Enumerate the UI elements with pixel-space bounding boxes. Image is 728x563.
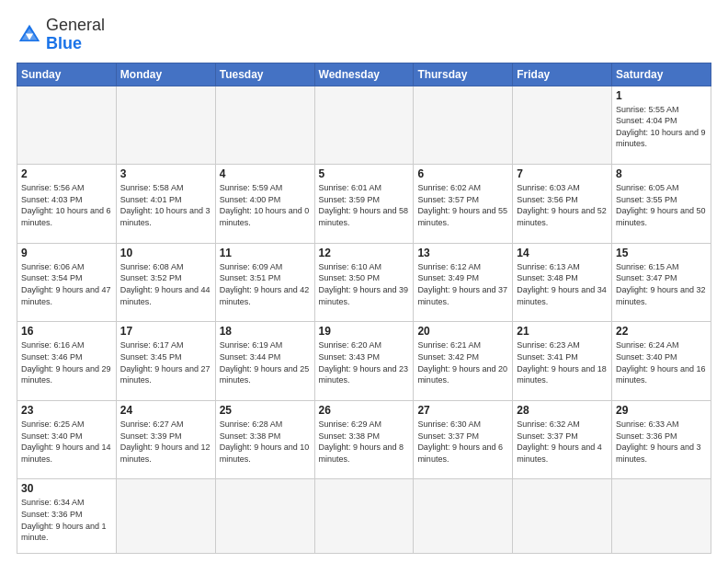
weekday-header-tuesday: Tuesday <box>215 63 314 86</box>
day-info: Sunrise: 6:02 AM Sunset: 3:57 PM Dayligh… <box>417 182 508 228</box>
calendar-cell: 24Sunrise: 6:27 AM Sunset: 3:39 PM Dayli… <box>116 400 215 479</box>
calendar-week-1: 2Sunrise: 5:56 AM Sunset: 4:03 PM Daylig… <box>17 165 711 244</box>
calendar-cell: 25Sunrise: 6:28 AM Sunset: 3:38 PM Dayli… <box>215 400 314 479</box>
day-number: 19 <box>319 325 410 338</box>
day-info: Sunrise: 5:56 AM Sunset: 4:03 PM Dayligh… <box>21 182 112 228</box>
day-number: 4 <box>220 167 311 180</box>
day-number: 6 <box>417 167 508 180</box>
day-number: 3 <box>120 167 211 180</box>
calendar-cell <box>513 86 612 165</box>
day-info: Sunrise: 6:29 AM Sunset: 3:38 PM Dayligh… <box>319 419 410 465</box>
calendar-cell: 10Sunrise: 6:08 AM Sunset: 3:52 PM Dayli… <box>116 243 215 322</box>
weekday-header-wednesday: Wednesday <box>314 63 414 86</box>
day-info: Sunrise: 6:12 AM Sunset: 3:49 PM Dayligh… <box>417 261 508 307</box>
day-info: Sunrise: 6:32 AM Sunset: 3:37 PM Dayligh… <box>517 419 608 465</box>
calendar-cell <box>414 86 513 165</box>
day-info: Sunrise: 6:13 AM Sunset: 3:48 PM Dayligh… <box>517 261 608 307</box>
day-info: Sunrise: 6:30 AM Sunset: 3:37 PM Dayligh… <box>417 419 508 465</box>
day-info: Sunrise: 6:27 AM Sunset: 3:39 PM Dayligh… <box>120 419 211 465</box>
calendar-cell: 23Sunrise: 6:25 AM Sunset: 3:40 PM Dayli… <box>17 400 117 479</box>
calendar-cell: 21Sunrise: 6:23 AM Sunset: 3:41 PM Dayli… <box>513 322 612 401</box>
calendar-week-2: 9Sunrise: 6:06 AM Sunset: 3:54 PM Daylig… <box>17 243 711 322</box>
weekday-header-thursday: Thursday <box>414 63 513 86</box>
calendar-cell: 9Sunrise: 6:06 AM Sunset: 3:54 PM Daylig… <box>17 243 117 322</box>
calendar-cell: 5Sunrise: 6:01 AM Sunset: 3:59 PM Daylig… <box>314 165 414 244</box>
calendar-cell <box>314 479 414 554</box>
day-number: 26 <box>319 404 410 417</box>
day-number: 5 <box>319 167 410 180</box>
day-info: Sunrise: 6:25 AM Sunset: 3:40 PM Dayligh… <box>21 419 112 465</box>
day-info: Sunrise: 5:55 AM Sunset: 4:04 PM Dayligh… <box>616 104 707 150</box>
calendar-cell: 15Sunrise: 6:15 AM Sunset: 3:47 PM Dayli… <box>612 243 711 322</box>
day-number: 17 <box>120 325 211 338</box>
calendar-table: SundayMondayTuesdayWednesdayThursdayFrid… <box>17 63 711 554</box>
day-info: Sunrise: 6:09 AM Sunset: 3:51 PM Dayligh… <box>220 261 311 307</box>
calendar-cell: 4Sunrise: 5:59 AM Sunset: 4:00 PM Daylig… <box>215 165 314 244</box>
weekday-header-monday: Monday <box>116 63 215 86</box>
calendar-cell: 30Sunrise: 6:34 AM Sunset: 3:36 PM Dayli… <box>17 479 117 554</box>
day-number: 15 <box>616 247 707 259</box>
calendar-cell: 7Sunrise: 6:03 AM Sunset: 3:56 PM Daylig… <box>513 165 612 244</box>
day-number: 18 <box>220 325 311 338</box>
day-number: 2 <box>21 167 112 180</box>
calendar-cell: 17Sunrise: 6:17 AM Sunset: 3:45 PM Dayli… <box>116 322 215 401</box>
logo-icon <box>17 22 42 48</box>
day-number: 29 <box>616 404 707 417</box>
calendar-cell <box>215 86 314 165</box>
calendar-cell <box>513 479 612 554</box>
day-number: 9 <box>21 247 112 259</box>
day-number: 13 <box>417 247 508 259</box>
calendar-cell <box>612 479 711 554</box>
day-number: 30 <box>21 482 112 495</box>
calendar-cell: 14Sunrise: 6:13 AM Sunset: 3:48 PM Dayli… <box>513 243 612 322</box>
day-info: Sunrise: 6:01 AM Sunset: 3:59 PM Dayligh… <box>319 182 410 228</box>
calendar-cell: 28Sunrise: 6:32 AM Sunset: 3:37 PM Dayli… <box>513 400 612 479</box>
day-number: 24 <box>120 404 211 417</box>
day-info: Sunrise: 5:58 AM Sunset: 4:01 PM Dayligh… <box>120 182 211 228</box>
day-info: Sunrise: 6:17 AM Sunset: 3:45 PM Dayligh… <box>120 339 211 385</box>
day-number: 23 <box>21 404 112 417</box>
calendar-cell: 29Sunrise: 6:33 AM Sunset: 3:36 PM Dayli… <box>612 400 711 479</box>
calendar-cell <box>314 86 414 165</box>
calendar-cell <box>116 479 215 554</box>
calendar-cell: 13Sunrise: 6:12 AM Sunset: 3:49 PM Dayli… <box>414 243 513 322</box>
calendar-cell: 20Sunrise: 6:21 AM Sunset: 3:42 PM Dayli… <box>414 322 513 401</box>
calendar-cell: 2Sunrise: 5:56 AM Sunset: 4:03 PM Daylig… <box>17 165 117 244</box>
day-info: Sunrise: 6:19 AM Sunset: 3:44 PM Dayligh… <box>220 339 311 385</box>
calendar-cell: 22Sunrise: 6:24 AM Sunset: 3:40 PM Dayli… <box>612 322 711 401</box>
calendar-cell <box>17 86 117 165</box>
day-number: 11 <box>220 247 311 259</box>
day-number: 1 <box>616 89 707 102</box>
calendar-cell: 16Sunrise: 6:16 AM Sunset: 3:46 PM Dayli… <box>17 322 117 401</box>
day-number: 28 <box>517 404 608 417</box>
day-info: Sunrise: 6:34 AM Sunset: 3:36 PM Dayligh… <box>21 497 112 543</box>
day-number: 14 <box>517 247 608 259</box>
header: GeneralBlue <box>17 17 711 53</box>
day-number: 8 <box>616 167 707 180</box>
day-info: Sunrise: 6:10 AM Sunset: 3:50 PM Dayligh… <box>319 261 410 307</box>
day-info: Sunrise: 6:16 AM Sunset: 3:46 PM Dayligh… <box>21 339 112 385</box>
calendar-cell: 27Sunrise: 6:30 AM Sunset: 3:37 PM Dayli… <box>414 400 513 479</box>
day-number: 20 <box>417 325 508 338</box>
logo: GeneralBlue <box>17 17 105 53</box>
calendar-cell <box>414 479 513 554</box>
day-info: Sunrise: 5:59 AM Sunset: 4:00 PM Dayligh… <box>220 182 311 228</box>
day-number: 27 <box>417 404 508 417</box>
weekday-header-row: SundayMondayTuesdayWednesdayThursdayFrid… <box>17 63 711 86</box>
day-number: 16 <box>21 325 112 338</box>
day-number: 12 <box>319 247 410 259</box>
calendar-cell: 19Sunrise: 6:20 AM Sunset: 3:43 PM Dayli… <box>314 322 414 401</box>
logo-text: GeneralBlue <box>46 17 105 53</box>
calendar-cell <box>215 479 314 554</box>
day-number: 22 <box>616 325 707 338</box>
calendar-cell: 26Sunrise: 6:29 AM Sunset: 3:38 PM Dayli… <box>314 400 414 479</box>
calendar-cell: 11Sunrise: 6:09 AM Sunset: 3:51 PM Dayli… <box>215 243 314 322</box>
weekday-header-sunday: Sunday <box>17 63 117 86</box>
weekday-header-friday: Friday <box>513 63 612 86</box>
weekday-header-saturday: Saturday <box>612 63 711 86</box>
day-info: Sunrise: 6:33 AM Sunset: 3:36 PM Dayligh… <box>616 419 707 465</box>
day-info: Sunrise: 6:03 AM Sunset: 3:56 PM Dayligh… <box>517 182 608 228</box>
calendar-week-4: 23Sunrise: 6:25 AM Sunset: 3:40 PM Dayli… <box>17 400 711 479</box>
calendar-cell: 1Sunrise: 5:55 AM Sunset: 4:04 PM Daylig… <box>612 86 711 165</box>
day-info: Sunrise: 6:05 AM Sunset: 3:55 PM Dayligh… <box>616 182 707 228</box>
